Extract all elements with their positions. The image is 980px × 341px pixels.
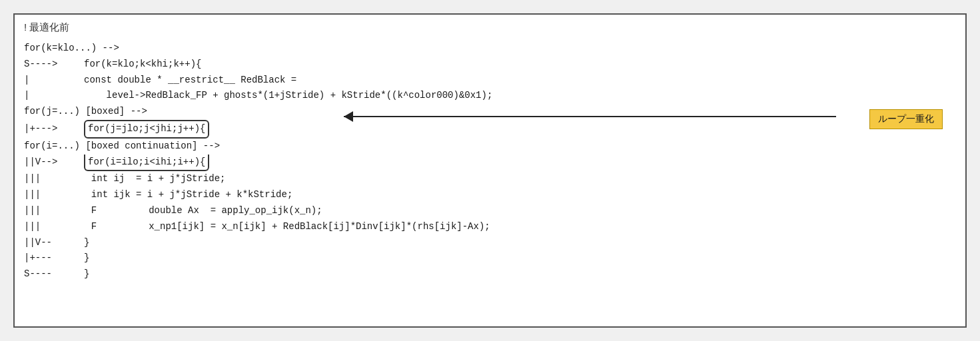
line-prefix-10: ||V--: [24, 235, 84, 251]
code-line-4: |+---> for(j=jlo;j<jhi;j++){: [24, 120, 956, 139]
line-content-5: for(i=ilo;i<ihi;i++){: [84, 155, 209, 172]
line-prefix-12: S----: [24, 266, 84, 282]
f-marker-2: F: [84, 219, 104, 235]
f-marker-1: F: [84, 203, 104, 219]
header-title: 最適化前: [29, 21, 69, 33]
loop-box-outer: for(j=jlo;j<jhi;j++){: [84, 120, 209, 139]
code-line-3: | level->RedBlack_FP + ghosts*(1+jStride…: [24, 88, 956, 104]
line-prefix-1: S---->: [24, 57, 84, 73]
code-line-11: |+--- }: [24, 250, 956, 266]
line-content-2: const double * __restrict__ RedBlack =: [84, 73, 296, 89]
line-prefix-7: |||: [24, 187, 91, 203]
code-line-2: | const double * __restrict__ RedBlack =: [24, 73, 956, 89]
loop-box-inner: for(i=ilo;i<ihi;i++){: [84, 155, 209, 172]
annotated-lines-container: ループ一重化 for(j=...) [boxed] --> |+---> for…: [24, 104, 956, 171]
code-area: for(k=klo...) --> S----> for(k=klo;k<khi…: [24, 41, 956, 282]
main-container: ! 最適化前 for(k=klo...) --> S----> for(k=kl…: [13, 13, 967, 328]
code-line-5: ||V--> for(i=ilo;i<ihi;i++){: [24, 155, 956, 172]
line-prefix-2: |: [24, 73, 84, 89]
code-line-1: S----> for(k=klo;k<khi;k++){: [24, 57, 956, 73]
code-line-9: ||| F x_np1[ijk] = x_n[ijk] + RedBlack[i…: [24, 219, 956, 235]
code-line-8: ||| F double Ax = apply_op_ijk(x_n);: [24, 203, 956, 219]
line-content-6: int ij = i + j*jStride;: [91, 171, 226, 187]
line-content-1: for(k=klo;k<khi;k++){: [84, 57, 201, 73]
line-content-10: }: [84, 235, 89, 251]
line-content-7: int ijk = i + j*jStride + k*kStride;: [91, 187, 292, 203]
line-prefix-3: |: [24, 88, 84, 104]
line-content-11: }: [84, 250, 89, 266]
line-prefix-9: |||: [24, 219, 84, 235]
line-content-12: }: [84, 266, 89, 282]
line-prefix-6: |||: [24, 171, 91, 187]
line-content-4: for(j=jlo;j<jhi;j++){: [84, 120, 209, 139]
line-content-3: level->RedBlack_FP + ghosts*(1+jStride) …: [84, 88, 492, 104]
line-content-9: x_np1[ijk] = x_n[ijk] + RedBlack[ij]*Din…: [104, 219, 490, 235]
code-line-7: ||| int ijk = i + j*jStride + k*kStride;: [24, 187, 956, 203]
code-line-10: ||V-- }: [24, 235, 956, 251]
line-content-8: double Ax = apply_op_ijk(x_n);: [104, 203, 322, 219]
line-prefix-5: ||V-->: [24, 155, 84, 170]
section-header: ! 最適化前: [24, 21, 956, 34]
code-line-6: ||| int ij = i + j*jStride;: [24, 171, 956, 187]
arrow-shaft: [344, 116, 836, 117]
line-prefix-4: |+--->: [24, 121, 84, 137]
line-prefix-11: |+---: [24, 250, 84, 266]
code-line-12: S---- }: [24, 266, 956, 282]
line-prefix-8: |||: [24, 203, 84, 219]
